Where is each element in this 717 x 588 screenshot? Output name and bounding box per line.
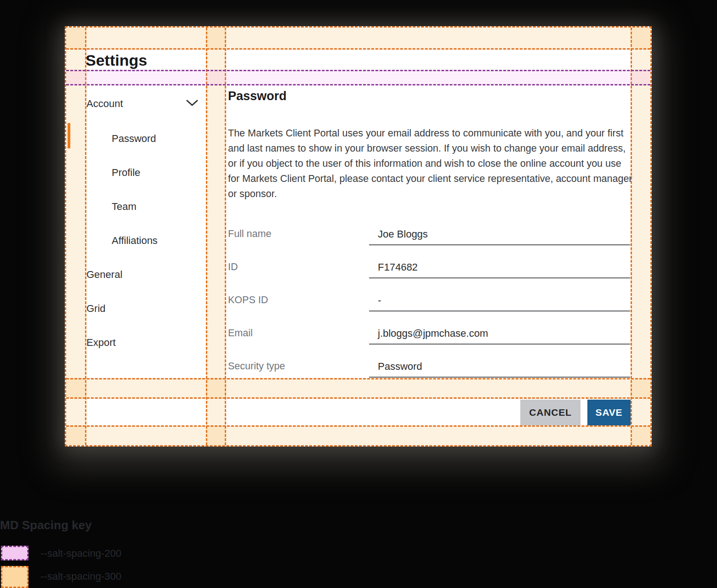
settings-dialog: Settings Account Password Profile Team A…	[65, 26, 652, 447]
field-label-kops-id: KOPS ID	[228, 294, 268, 306]
spacing-guide-band-bottom-2	[66, 425, 650, 445]
security-type-field[interactable]: Password	[369, 360, 630, 378]
dialog-title: Settings	[85, 51, 147, 70]
form-field-row: KOPS ID -	[228, 294, 632, 314]
full-name-field[interactable]: Joe Bloggs	[369, 227, 630, 245]
spacing-200-swatch	[1, 546, 28, 560]
active-item-indicator	[68, 123, 70, 148]
sidebar-item-grid[interactable]: Grid	[86, 302, 106, 316]
field-label-security-type: Security type	[228, 361, 285, 372]
legend-label-spacing-300: --salt-spacing-300	[40, 571, 121, 582]
sidebar-item-export[interactable]: Export	[86, 336, 116, 350]
sidebar-item-account[interactable]: Account	[86, 97, 123, 111]
form-field-row: Full name Joe Bloggs	[228, 227, 632, 248]
spacing-300-swatch	[1, 566, 28, 588]
spacing-guide-column-middle	[206, 28, 226, 445]
spacing-guide-band-200	[66, 70, 650, 85]
legend-label-spacing-200: --salt-spacing-200	[40, 548, 121, 560]
id-field[interactable]: F174682	[369, 260, 630, 278]
spacing-guide-band-top	[66, 28, 650, 50]
kops-id-field[interactable]: -	[369, 294, 630, 311]
legend-title: MD Spacing key	[0, 518, 91, 532]
sidebar-item-profile[interactable]: Profile	[112, 166, 140, 180]
form-field-row: Security type Password	[228, 360, 632, 380]
panel-heading: Password	[228, 88, 287, 104]
spacing-guide-column-right	[631, 28, 650, 445]
spacing-guide-band-bottom-1	[66, 378, 650, 399]
sidebar-item-password[interactable]: Password	[112, 132, 156, 146]
spacing-key-legend: MD Spacing key --salt-spacing-200 --salt…	[0, 518, 91, 532]
field-label-email: Email	[228, 328, 253, 339]
cancel-button[interactable]: CANCEL	[520, 400, 580, 425]
chevron-down-icon	[186, 99, 198, 107]
panel-description: The Markets Client Portal uses your emai…	[228, 126, 632, 202]
sidebar-item-general[interactable]: General	[86, 268, 122, 282]
field-label-full-name: Full name	[228, 228, 271, 240]
form-field-row: Email j.bloggs@jpmchase.com	[228, 327, 632, 347]
sidebar-item-affiliations[interactable]: Affiliations	[112, 234, 158, 248]
email-field[interactable]: j.bloggs@jpmchase.com	[369, 327, 630, 345]
save-button[interactable]: SAVE	[587, 400, 631, 425]
form-field-row: ID F174682	[228, 260, 632, 281]
field-label-id: ID	[228, 261, 238, 273]
sidebar-item-team[interactable]: Team	[112, 200, 137, 214]
spacing-guide-column-left	[66, 28, 86, 445]
design-canvas: Settings Account Password Profile Team A…	[0, 0, 717, 588]
